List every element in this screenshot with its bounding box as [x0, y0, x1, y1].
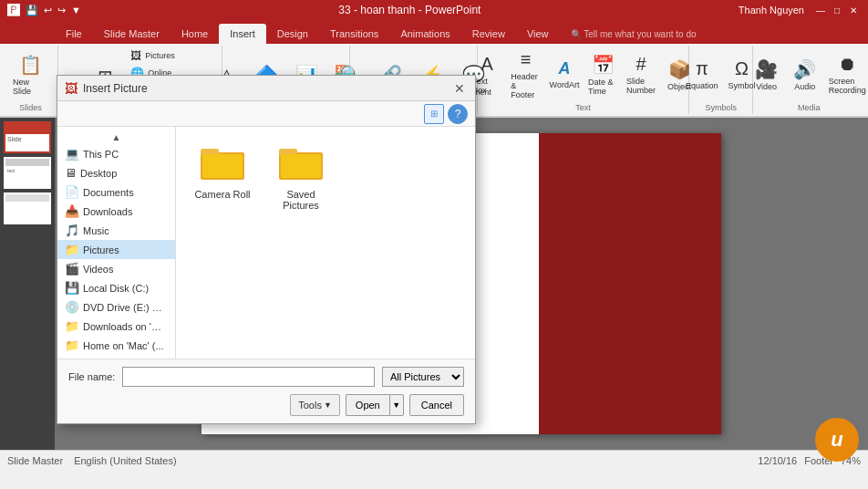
nav-item-videos[interactable]: 🎬 Videos [57, 259, 175, 278]
date-time-icon: 📅 [592, 54, 615, 76]
nav-item-downloads-mac[interactable]: 📁 Downloads on 'M... [57, 317, 175, 336]
filename-input[interactable] [122, 367, 375, 387]
file-saved-pictures[interactable]: Saved Pictures [269, 141, 333, 211]
dialog-title-text: Insert Picture [83, 82, 148, 95]
video-button[interactable]: 🎥 Video [749, 57, 785, 93]
file-camera-roll[interactable]: Camera Roll [191, 141, 254, 211]
saved-pictures-icon-wrap [275, 141, 326, 185]
slides-items: 📋 New Slide [9, 47, 52, 101]
dialog-body: ▲ 💻 This PC 🖥 Desktop 📄 Documents 📥 Down… [57, 127, 475, 359]
downloads-icon: 📥 [65, 204, 79, 218]
slide-thumb-2[interactable]: text [4, 157, 51, 189]
wordart-button[interactable]: A WordArt [546, 57, 583, 91]
dialog-picture-icon: 🖼 [65, 81, 78, 96]
tab-view[interactable]: View [516, 24, 560, 44]
tab-design[interactable]: Design [266, 24, 319, 44]
camera-roll-icon-wrap [197, 141, 248, 185]
pictures-button[interactable]: 🖼 Pictures [127, 47, 193, 64]
toolbar-group-media: 🎥 Video 🔊 Audio ⏺ Screen Recording Media [753, 46, 864, 114]
open-button[interactable]: Open [346, 394, 389, 416]
screen-recording-icon: ⏺ [838, 54, 856, 75]
dialog-toolbar: ⊞ ? [57, 101, 475, 127]
videos-label: Videos [83, 264, 113, 275]
music-label: Music [83, 225, 109, 236]
local-disk-icon: 💾 [65, 281, 79, 295]
tab-insert[interactable]: Insert [219, 24, 266, 44]
pictures-nav-label: Pictures [83, 244, 119, 255]
close-button[interactable]: ✕ [846, 4, 861, 16]
local-disk-label: Local Disk (C:) [83, 283, 149, 294]
filename-row: File name: All Pictures [68, 367, 464, 387]
insert-picture-dialog: 🖼 Insert Picture ✕ ⊞ ? ▲ 💻 This PC 🖥 Des… [57, 75, 476, 424]
text-items: A Text Box ≡ Header & Footer A WordArt 📅… [469, 47, 698, 101]
tab-animations[interactable]: Animations [389, 24, 460, 44]
text-group-label: Text [575, 101, 591, 112]
toolbar-group-slides: 📋 New Slide Slides [4, 46, 58, 114]
tools-button[interactable]: Tools ▼ [290, 394, 340, 416]
nav-item-desktop[interactable]: 🖥 Desktop [57, 163, 175, 182]
tools-label: Tools [298, 400, 322, 411]
home-mac-label: Home on 'Mac' (... [83, 340, 164, 351]
symbols-group-label: Symbols [706, 101, 738, 112]
tab-slide-master[interactable]: Slide Master [93, 24, 170, 44]
tab-tell-me[interactable]: 🔍 Tell me what you want to do [560, 24, 708, 44]
slide-master-label: Slide Master [7, 455, 63, 466]
slides-group-label: Slides [19, 101, 42, 112]
filetype-select[interactable]: All Pictures [382, 367, 464, 387]
dialog-toggle-btn[interactable]: ⊞ [424, 104, 444, 124]
maximize-button[interactable]: □ [830, 4, 844, 16]
slide-thumb-1[interactable]: Slide [4, 121, 51, 153]
dialog-titlebar: 🖼 Insert Picture ✕ [57, 76, 475, 101]
slide-thumb-3[interactable] [4, 192, 51, 224]
dialog-title-group: 🖼 Insert Picture [65, 81, 148, 96]
dialog-help-btn[interactable]: ? [448, 104, 468, 124]
quick-access-more[interactable]: ▼ [71, 5, 81, 16]
tab-home[interactable]: Home [170, 24, 219, 44]
slides-panel: Slide text [0, 118, 55, 450]
saved-pictures-label: Saved Pictures [269, 189, 333, 211]
open-button-group: Open ▼ [346, 394, 404, 416]
screen-recording-button[interactable]: ⏺ Screen Recording [825, 52, 868, 97]
tab-transitions[interactable]: Transitions [319, 24, 389, 44]
dialog-nav: ▲ 💻 This PC 🖥 Desktop 📄 Documents 📥 Down… [57, 127, 176, 359]
cancel-button[interactable]: Cancel [409, 394, 464, 416]
downloads-mac-label: Downloads on 'M... [83, 321, 168, 332]
dialog-close-button[interactable]: ✕ [451, 80, 468, 97]
audio-button[interactable]: 🔊 Audio [787, 57, 823, 93]
slide-number-button[interactable]: # Slide Number [623, 52, 659, 97]
pictures-icon: 🖼 [130, 49, 141, 62]
new-slide-button[interactable]: 📋 New Slide [9, 52, 52, 98]
nav-item-dvd-drive[interactable]: 💿 DVD Drive (E:) CU... [57, 297, 175, 317]
date-time-button[interactable]: 📅 Date & Time [584, 52, 621, 98]
media-items: 🎥 Video 🔊 Audio ⏺ Screen Recording [749, 47, 868, 101]
desktop-icon: 🖥 [65, 166, 77, 180]
language-label: English (United States) [74, 455, 177, 466]
new-slide-label: New Slide [13, 78, 48, 96]
status-bar: Slide Master English (United States) 12/… [0, 450, 868, 470]
quick-access-undo[interactable]: ↩ [44, 5, 52, 16]
tab-file[interactable]: File [55, 24, 93, 44]
quick-access-redo[interactable]: ↪ [57, 5, 66, 16]
nav-item-downloads[interactable]: 📥 Downloads [57, 202, 175, 221]
pictures-nav-icon: 📁 [65, 243, 79, 256]
quick-access-save[interactable]: 💾 [26, 5, 38, 16]
minimize-button[interactable]: — [813, 4, 828, 16]
nav-item-pictures[interactable]: 📁 Pictures [57, 240, 175, 259]
equation-button[interactable]: π Equation [682, 57, 722, 92]
slide-number-icon: # [636, 54, 646, 75]
header-footer-button[interactable]: ≡ Header & Footer [507, 47, 544, 101]
nav-scroll-up[interactable]: ▲ [57, 130, 175, 144]
nav-item-local-disk[interactable]: 💾 Local Disk (C:) [57, 278, 175, 297]
nav-item-home-mac[interactable]: 📁 Home on 'Mac' (... [57, 336, 175, 355]
new-slide-icon: 📋 [19, 54, 42, 76]
toolbar-group-symbols: π Equation Ω Symbol Symbols [689, 46, 753, 114]
nav-item-music[interactable]: 🎵 Music [57, 221, 175, 240]
equation-icon: π [696, 58, 708, 79]
dvd-drive-icon: 💿 [65, 300, 79, 314]
open-arrow-button[interactable]: ▼ [389, 394, 404, 416]
nav-item-documents[interactable]: 📄 Documents [57, 182, 175, 202]
saved-pictures-folder-svg [279, 145, 323, 182]
tab-review[interactable]: Review [461, 24, 516, 44]
nav-item-this-pc[interactable]: 💻 This PC [57, 144, 175, 163]
footer-label: Footer [804, 455, 833, 466]
